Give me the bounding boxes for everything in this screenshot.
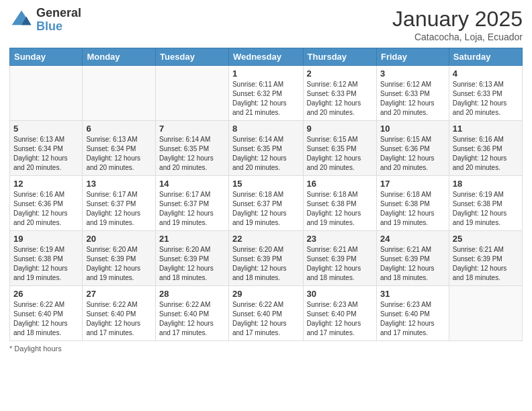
day-info: Sunrise: 6:14 AM Sunset: 6:35 PM Dayligh… xyxy=(232,135,300,173)
calendar-day-cell: 16Sunrise: 6:18 AM Sunset: 6:38 PM Dayli… xyxy=(303,176,376,231)
calendar-day-cell: 7Sunrise: 6:14 AM Sunset: 6:35 PM Daylig… xyxy=(156,121,229,176)
calendar-day-cell: 18Sunrise: 6:19 AM Sunset: 6:38 PM Dayli… xyxy=(449,176,522,231)
day-number: 10 xyxy=(380,124,445,134)
day-number: 25 xyxy=(453,234,519,244)
calendar-day-cell: 8Sunrise: 6:14 AM Sunset: 6:35 PM Daylig… xyxy=(228,121,303,176)
calendar-header-row: SundayMondayTuesdayWednesdayThursdayFrid… xyxy=(10,48,523,66)
calendar-day-cell: 30Sunrise: 6:23 AM Sunset: 6:40 PM Dayli… xyxy=(303,286,376,341)
calendar-day-cell: 2Sunrise: 6:12 AM Sunset: 6:33 PM Daylig… xyxy=(303,66,376,121)
calendar-day-cell xyxy=(10,66,83,121)
day-info: Sunrise: 6:17 AM Sunset: 6:37 PM Dayligh… xyxy=(86,190,152,228)
calendar-day-cell: 31Sunrise: 6:23 AM Sunset: 6:40 PM Dayli… xyxy=(376,286,449,341)
day-info: Sunrise: 6:13 AM Sunset: 6:34 PM Dayligh… xyxy=(13,135,79,173)
day-info: Sunrise: 6:13 AM Sunset: 6:34 PM Dayligh… xyxy=(86,135,152,173)
location-subtitle: Catacocha, Loja, Ecuador xyxy=(392,32,523,42)
day-info: Sunrise: 6:19 AM Sunset: 6:38 PM Dayligh… xyxy=(453,190,519,228)
calendar-day-cell xyxy=(83,66,156,121)
day-info: Sunrise: 6:19 AM Sunset: 6:38 PM Dayligh… xyxy=(13,245,79,283)
calendar-day-cell xyxy=(449,286,522,341)
day-number: 15 xyxy=(232,179,300,189)
calendar-day-cell: 5Sunrise: 6:13 AM Sunset: 6:34 PM Daylig… xyxy=(10,121,83,176)
day-info: Sunrise: 6:15 AM Sunset: 6:36 PM Dayligh… xyxy=(380,135,445,173)
day-info: Sunrise: 6:20 AM Sunset: 6:39 PM Dayligh… xyxy=(159,245,225,283)
page: General Blue January 2025 Catacocha, Loj… xyxy=(0,0,532,411)
day-number: 30 xyxy=(307,289,373,299)
day-number: 8 xyxy=(232,124,300,134)
day-number: 4 xyxy=(453,68,519,79)
day-info: Sunrise: 6:21 AM Sunset: 6:39 PM Dayligh… xyxy=(453,245,519,283)
calendar-week-row: 26Sunrise: 6:22 AM Sunset: 6:40 PM Dayli… xyxy=(10,286,523,341)
day-number: 28 xyxy=(159,289,225,299)
day-info: Sunrise: 6:18 AM Sunset: 6:38 PM Dayligh… xyxy=(380,190,445,228)
calendar-day-cell: 24Sunrise: 6:21 AM Sunset: 6:39 PM Dayli… xyxy=(376,231,449,286)
day-number: 31 xyxy=(380,289,445,299)
calendar-day-cell: 4Sunrise: 6:13 AM Sunset: 6:33 PM Daylig… xyxy=(449,66,522,121)
calendar-day-cell: 14Sunrise: 6:17 AM Sunset: 6:37 PM Dayli… xyxy=(156,176,229,231)
day-number: 20 xyxy=(86,234,152,244)
day-info: Sunrise: 6:14 AM Sunset: 6:35 PM Dayligh… xyxy=(159,135,225,173)
day-info: Sunrise: 6:21 AM Sunset: 6:39 PM Dayligh… xyxy=(380,245,445,283)
day-info: Sunrise: 6:16 AM Sunset: 6:36 PM Dayligh… xyxy=(453,135,519,173)
calendar-day-header: Sunday xyxy=(10,48,83,66)
footer-note: * Daylight hours xyxy=(9,345,523,353)
day-number: 22 xyxy=(232,234,300,244)
calendar-day-cell: 23Sunrise: 6:21 AM Sunset: 6:39 PM Dayli… xyxy=(303,231,376,286)
calendar-day-header: Saturday xyxy=(449,48,522,66)
day-info: Sunrise: 6:21 AM Sunset: 6:39 PM Dayligh… xyxy=(307,245,373,283)
day-number: 27 xyxy=(86,289,152,299)
day-info: Sunrise: 6:22 AM Sunset: 6:40 PM Dayligh… xyxy=(232,300,300,338)
logo-blue-text: Blue xyxy=(36,20,81,34)
calendar-day-cell: 9Sunrise: 6:15 AM Sunset: 6:35 PM Daylig… xyxy=(303,121,376,176)
calendar-day-header: Monday xyxy=(83,48,156,66)
day-number: 1 xyxy=(232,68,300,79)
logo-text: General Blue xyxy=(36,7,81,34)
day-info: Sunrise: 6:12 AM Sunset: 6:33 PM Dayligh… xyxy=(307,80,373,118)
calendar-day-cell: 1Sunrise: 6:11 AM Sunset: 6:32 PM Daylig… xyxy=(228,66,303,121)
day-info: Sunrise: 6:22 AM Sunset: 6:40 PM Dayligh… xyxy=(86,300,152,338)
day-number: 16 xyxy=(307,179,373,189)
day-info: Sunrise: 6:16 AM Sunset: 6:36 PM Dayligh… xyxy=(13,190,79,228)
calendar-day-header: Wednesday xyxy=(228,48,303,66)
day-info: Sunrise: 6:20 AM Sunset: 6:39 PM Dayligh… xyxy=(86,245,152,283)
calendar-day-cell: 29Sunrise: 6:22 AM Sunset: 6:40 PM Dayli… xyxy=(228,286,303,341)
calendar-day-cell: 17Sunrise: 6:18 AM Sunset: 6:38 PM Dayli… xyxy=(376,176,449,231)
day-number: 11 xyxy=(453,124,519,134)
calendar-day-header: Tuesday xyxy=(156,48,229,66)
day-number: 12 xyxy=(13,179,79,189)
calendar-table: SundayMondayTuesdayWednesdayThursdayFrid… xyxy=(9,48,523,341)
day-info: Sunrise: 6:18 AM Sunset: 6:38 PM Dayligh… xyxy=(307,190,373,228)
calendar-day-cell: 22Sunrise: 6:20 AM Sunset: 6:39 PM Dayli… xyxy=(228,231,303,286)
day-info: Sunrise: 6:22 AM Sunset: 6:40 PM Dayligh… xyxy=(13,300,79,338)
calendar-day-cell: 11Sunrise: 6:16 AM Sunset: 6:36 PM Dayli… xyxy=(449,121,522,176)
day-number: 13 xyxy=(86,179,152,189)
day-number: 23 xyxy=(307,234,373,244)
calendar-day-cell: 12Sunrise: 6:16 AM Sunset: 6:36 PM Dayli… xyxy=(10,176,83,231)
calendar-day-cell: 15Sunrise: 6:18 AM Sunset: 6:37 PM Dayli… xyxy=(228,176,303,231)
calendar-week-row: 5Sunrise: 6:13 AM Sunset: 6:34 PM Daylig… xyxy=(10,121,523,176)
day-number: 6 xyxy=(86,124,152,134)
day-info: Sunrise: 6:15 AM Sunset: 6:35 PM Dayligh… xyxy=(307,135,373,173)
day-info: Sunrise: 6:12 AM Sunset: 6:33 PM Dayligh… xyxy=(380,80,445,118)
calendar-week-row: 19Sunrise: 6:19 AM Sunset: 6:38 PM Dayli… xyxy=(10,231,523,286)
day-info: Sunrise: 6:17 AM Sunset: 6:37 PM Dayligh… xyxy=(159,190,225,228)
calendar-day-cell: 6Sunrise: 6:13 AM Sunset: 6:34 PM Daylig… xyxy=(83,121,156,176)
day-info: Sunrise: 6:20 AM Sunset: 6:39 PM Dayligh… xyxy=(232,245,300,283)
calendar-day-cell: 28Sunrise: 6:22 AM Sunset: 6:40 PM Dayli… xyxy=(156,286,229,341)
day-number: 5 xyxy=(13,124,79,134)
day-info: Sunrise: 6:18 AM Sunset: 6:37 PM Dayligh… xyxy=(232,190,300,228)
calendar-day-cell: 25Sunrise: 6:21 AM Sunset: 6:39 PM Dayli… xyxy=(449,231,522,286)
calendar-day-cell: 27Sunrise: 6:22 AM Sunset: 6:40 PM Dayli… xyxy=(83,286,156,341)
calendar-day-header: Friday xyxy=(376,48,449,66)
calendar-day-header: Thursday xyxy=(303,48,376,66)
day-number: 17 xyxy=(380,179,445,189)
calendar-day-cell: 21Sunrise: 6:20 AM Sunset: 6:39 PM Dayli… xyxy=(156,231,229,286)
calendar-day-cell xyxy=(156,66,229,121)
day-info: Sunrise: 6:23 AM Sunset: 6:40 PM Dayligh… xyxy=(307,300,373,338)
day-number: 26 xyxy=(13,289,79,299)
day-number: 19 xyxy=(13,234,79,244)
day-number: 3 xyxy=(380,68,445,79)
day-number: 29 xyxy=(232,289,300,299)
logo-icon xyxy=(9,8,34,32)
calendar-week-row: 12Sunrise: 6:16 AM Sunset: 6:36 PM Dayli… xyxy=(10,176,523,231)
day-number: 7 xyxy=(159,124,225,134)
